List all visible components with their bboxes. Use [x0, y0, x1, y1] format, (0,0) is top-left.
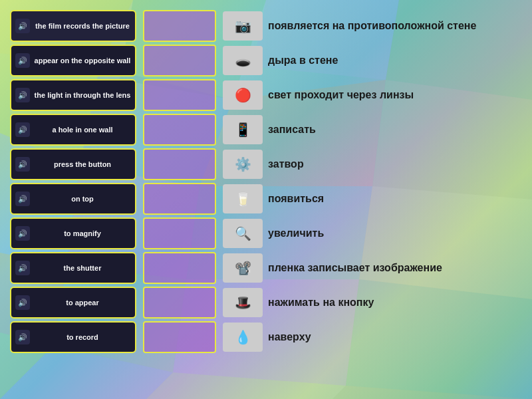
russian-row-8: 🎩нажимать на кнопку — [223, 287, 522, 319]
match-box-3[interactable] — [143, 114, 216, 146]
word-button-9[interactable]: 🔊 to record — [10, 321, 136, 353]
russian-text-9: наверху — [268, 331, 311, 344]
speaker-icon-9: 🔊 — [15, 330, 30, 344]
image-box-4: ⚙️ — [223, 150, 263, 179]
speaker-icon-7: 🔊 — [15, 261, 30, 275]
russian-row-9: 💧наверху — [223, 321, 522, 353]
match-box-6[interactable] — [143, 217, 216, 249]
speaker-icon-4: 🔊 — [15, 157, 30, 172]
word-label-6: to magnify — [34, 229, 131, 238]
match-box-8[interactable] — [143, 287, 216, 319]
russian-row-1: 🕳️дыра в стене — [223, 45, 522, 76]
word-label-0: the film records the picture — [34, 21, 131, 31]
word-button-2[interactable]: 🔊 the light in through the lens — [10, 79, 136, 111]
word-label-3: a hole in one wall — [34, 125, 131, 134]
match-box-1[interactable] — [143, 45, 216, 76]
word-label-5: on top — [34, 194, 131, 203]
match-box-2[interactable] — [143, 79, 216, 111]
match-box-0[interactable] — [143, 10, 216, 42]
russian-row-6: 🔍увеличить — [223, 217, 522, 249]
russian-row-0: 📷появляется на противоположной стене — [223, 10, 522, 42]
speaker-icon-2: 🔊 — [15, 88, 30, 102]
word-label-4: press the button — [34, 160, 131, 169]
speaker-icon-3: 🔊 — [15, 122, 30, 137]
word-button-6[interactable]: 🔊 to magnify — [10, 217, 136, 249]
russian-text-3: записать — [268, 123, 316, 137]
image-box-2: 🔴 — [223, 80, 263, 110]
match-box-9[interactable] — [143, 321, 216, 353]
word-label-2: the light in through the lens — [34, 90, 131, 100]
match-box-7[interactable] — [143, 252, 216, 284]
russian-row-2: 🔴свет проходит через линзы — [223, 79, 522, 111]
word-button-5[interactable]: 🔊 on top — [10, 183, 136, 215]
match-box-5[interactable] — [143, 183, 216, 215]
image-box-8: 🎩 — [223, 288, 263, 317]
word-label-7: the shutter — [34, 263, 131, 273]
word-label-1: appear on the opposite wall — [34, 56, 131, 65]
russian-row-5: 🥛появиться — [223, 183, 522, 215]
word-button-3[interactable]: 🔊 a hole in one wall — [10, 114, 136, 146]
russian-text-4: затвор — [268, 158, 304, 172]
word-label-9: to record — [34, 332, 131, 342]
right-column: 📷появляется на противоположной стене🕳️ды… — [223, 10, 522, 389]
word-button-4[interactable]: 🔊 press the button — [10, 148, 136, 180]
russian-text-8: нажимать на кнопку — [268, 296, 374, 310]
middle-column — [143, 10, 216, 389]
image-box-0: 📷 — [223, 11, 263, 41]
image-box-3: 📱 — [223, 115, 263, 144]
image-box-7: 📽️ — [223, 253, 263, 283]
russian-text-0: появляется на противоположной стене — [268, 19, 476, 33]
speaker-icon-0: 🔊 — [15, 19, 30, 33]
speaker-icon-1: 🔊 — [15, 53, 30, 68]
speaker-icon-5: 🔊 — [15, 192, 30, 206]
image-box-1: 🕳️ — [223, 46, 263, 75]
russian-text-7: пленка записывает изображение — [268, 261, 442, 275]
word-button-8[interactable]: 🔊 to appear — [10, 287, 136, 319]
russian-text-2: свет проходит через линзы — [268, 88, 414, 102]
word-button-1[interactable]: 🔊 appear on the opposite wall — [10, 45, 136, 76]
speaker-icon-8: 🔊 — [15, 295, 30, 310]
left-column: 🔊 the film records the picture 🔊 appear … — [10, 10, 136, 389]
russian-row-7: 📽️пленка записывает изображение — [223, 252, 522, 284]
main-container: 🔊 the film records the picture 🔊 appear … — [0, 0, 532, 399]
word-button-0[interactable]: 🔊 the film records the picture — [10, 10, 136, 42]
word-button-7[interactable]: 🔊 the shutter — [10, 252, 136, 284]
russian-text-5: появиться — [268, 192, 324, 206]
russian-row-4: ⚙️затвор — [223, 148, 522, 180]
image-box-9: 💧 — [223, 323, 263, 352]
image-box-5: 🥛 — [223, 184, 263, 213]
russian-row-3: 📱записать — [223, 114, 522, 146]
russian-text-1: дыра в стене — [268, 54, 338, 68]
word-label-8: to appear — [34, 298, 131, 307]
image-box-6: 🔍 — [223, 219, 263, 248]
russian-text-6: увеличить — [268, 227, 324, 241]
match-box-4[interactable] — [143, 148, 216, 180]
speaker-icon-6: 🔊 — [15, 226, 30, 241]
